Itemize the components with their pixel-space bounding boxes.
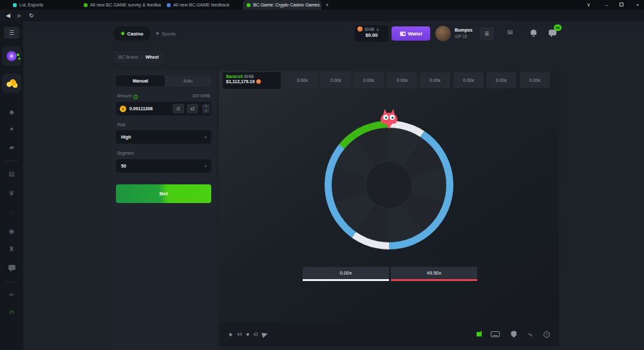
tab-auto[interactable]: Auto bbox=[165, 75, 211, 86]
risk-select[interactable]: High > bbox=[116, 130, 211, 144]
username: Bumpss bbox=[455, 28, 473, 32]
minimize-button[interactable]: – bbox=[601, 0, 612, 10]
sidebar-item-tournament[interactable]: ♜ bbox=[0, 246, 23, 253]
multiplier-history-box: 0.00x bbox=[287, 72, 317, 88]
sidebar-item-vip-club[interactable]: ♛ bbox=[0, 190, 23, 197]
shib-coin-icon bbox=[357, 26, 363, 32]
share-icon[interactable] bbox=[261, 331, 269, 337]
tab-bcgame-active[interactable]: BC.Game: Crypto Casino Games & × bbox=[243, 0, 321, 10]
divider bbox=[5, 282, 18, 282]
owl-beak bbox=[385, 122, 393, 129]
chat-badge: 99 bbox=[554, 24, 562, 31]
close-window-button[interactable]: × bbox=[632, 0, 643, 10]
help-icon[interactable]: ? bbox=[544, 331, 550, 338]
tab-bcgame-feedback[interactable]: All new BC.GAME feedback bbox=[163, 0, 242, 10]
likes-count: 42 bbox=[253, 332, 258, 336]
result-label: 0.00x bbox=[303, 267, 389, 279]
amount-max-label: 100 SHIB bbox=[192, 93, 210, 98]
casino-icon: ◆ bbox=[120, 31, 124, 36]
tab-search-icon[interactable]: ∨ bbox=[583, 0, 594, 10]
result-bar-red bbox=[391, 279, 477, 281]
bankroll-value: $1,112,179.19 bbox=[226, 79, 254, 84]
currency-selector[interactable]: SHIB ∨ $0.00 bbox=[355, 25, 388, 42]
breadcrumb-section[interactable]: BC Brand bbox=[118, 55, 138, 59]
breadcrumb-separator: > bbox=[140, 55, 143, 59]
hotkeys-icon[interactable] bbox=[491, 331, 500, 337]
tab-lol-esports[interactable]: LoL Esports bbox=[9, 0, 75, 10]
segment-select[interactable]: 50 > bbox=[116, 159, 211, 173]
sidebar-item-sports[interactable]: ● bbox=[0, 125, 23, 132]
bankroll-box: Bankroll SHIB $1,112,179.19 bbox=[223, 72, 281, 89]
wallet-button[interactable]: Wallet bbox=[392, 26, 430, 41]
sidebar-item-racing[interactable]: ▰ bbox=[0, 144, 23, 151]
maximize-button[interactable] bbox=[620, 3, 623, 6]
breadcrumb[interactable]: BC Brand > Wheel bbox=[113, 51, 164, 63]
live-stats-icon[interactable]: ∿ bbox=[527, 331, 533, 338]
amount-input[interactable]: S 0.00111306 /2 x2 ∧∨ bbox=[116, 102, 211, 115]
multiplier-history-box: 0.00x bbox=[486, 72, 516, 88]
wheel-game-area: Bankroll SHIB $1,112,179.19 0.00x 0.00x … bbox=[219, 71, 559, 322]
sidebar-menu-icon[interactable]: ☰ bbox=[4, 27, 19, 39]
nav-sports[interactable]: ● Sports bbox=[156, 26, 176, 41]
sidebar: ☰ ◆ ● ▰ ▤ ♛ ◌ ◉ ♜ ∞ ∩ bbox=[0, 21, 23, 350]
mail-icon[interactable]: ✉ bbox=[507, 29, 513, 36]
chevron-down-icon: ∨ bbox=[376, 27, 379, 32]
bankroll-currency: SHIB bbox=[244, 74, 254, 79]
half-amount-button[interactable]: /2 bbox=[173, 104, 184, 113]
sidebar-item-chat[interactable] bbox=[8, 265, 15, 270]
tab-manual[interactable]: Manual bbox=[116, 75, 165, 86]
stepper-down-icon[interactable]: ∨ bbox=[205, 109, 207, 112]
notifications-bell-icon[interactable] bbox=[531, 30, 536, 35]
nav-casino[interactable]: ◆ Casino bbox=[113, 26, 151, 41]
multiplier-history-box: 0.00x bbox=[453, 72, 484, 88]
tab-favicon bbox=[84, 3, 88, 7]
double-amount-button[interactable]: x2 bbox=[187, 104, 198, 113]
amount-value[interactable]: 0.00111306 bbox=[129, 102, 153, 115]
tab-title: BC.Game: Crypto Casino Games & bbox=[253, 3, 321, 7]
forward-icon[interactable]: ▶ bbox=[17, 11, 22, 20]
sidebar-item-support[interactable]: ∩ bbox=[0, 308, 23, 315]
risk-label: Risk bbox=[117, 122, 126, 127]
sidebar-item-coins[interactable]: ◉ bbox=[0, 228, 23, 235]
amount-label: Amounti bbox=[117, 93, 138, 99]
wallet-label: Wallet bbox=[408, 31, 422, 37]
reload-icon[interactable]: ↻ bbox=[29, 11, 34, 20]
volume-icon[interactable] bbox=[477, 332, 480, 336]
sports-icon: ● bbox=[156, 31, 159, 36]
bet-button[interactable]: Bet bbox=[116, 184, 211, 203]
wheel-pointer-owl bbox=[381, 110, 397, 129]
amount-stepper[interactable]: ∧∨ bbox=[202, 104, 210, 113]
tab-bcgame-survey[interactable]: All new BC.GAME survey & feedback r bbox=[80, 0, 161, 10]
bet-mode-tabs: Manual Auto bbox=[116, 75, 211, 86]
bet-list-icon[interactable]: ≣ bbox=[480, 27, 494, 40]
stepper-up-icon[interactable]: ∧ bbox=[205, 104, 207, 108]
new-tab-button[interactable]: + bbox=[323, 1, 331, 9]
avatar[interactable] bbox=[435, 26, 451, 41]
breadcrumb-page: Wheel bbox=[146, 55, 159, 59]
shib-coin-icon bbox=[256, 79, 261, 84]
sidebar-item-casino[interactable]: ◆ bbox=[0, 108, 23, 115]
sidebar-item-lucky-spin[interactable] bbox=[2, 46, 21, 66]
sidebar-item-coin-drop[interactable] bbox=[2, 73, 21, 93]
like-heart-icon[interactable]: ♥ bbox=[246, 331, 249, 338]
browser-window: LoL Esports All new BC.GAME survey & fee… bbox=[0, 0, 644, 350]
currency-balance: $0.00 bbox=[357, 32, 386, 38]
browser-tabstrip: LoL Esports All new BC.GAME survey & fee… bbox=[0, 0, 644, 10]
favorite-star-icon[interactable]: ★ bbox=[228, 331, 233, 338]
vip-level: VIP 15 bbox=[455, 34, 467, 39]
fairness-shield-icon[interactable] bbox=[511, 331, 516, 338]
info-icon[interactable]: i bbox=[133, 95, 138, 99]
tab-title: All new BC.GAME survey & feedback r bbox=[90, 3, 161, 7]
wheel-hub bbox=[365, 160, 413, 209]
multiplier-history-box: 0.00x bbox=[387, 72, 417, 88]
amount-label-text: Amount bbox=[117, 93, 131, 98]
back-icon[interactable]: ◀ bbox=[6, 11, 10, 20]
chevron-right-icon: > bbox=[204, 159, 207, 173]
multiplier-history-box: 0.00x bbox=[420, 72, 450, 88]
tab-favicon bbox=[247, 3, 251, 7]
multiplier-history-box: 0.00x bbox=[354, 72, 384, 88]
sidebar-item-spin[interactable]: ◌ bbox=[0, 209, 23, 216]
sidebar-item-lottery[interactable]: ▤ bbox=[0, 170, 23, 177]
result-label: 49.50x bbox=[391, 267, 477, 279]
sidebar-item-affiliate[interactable]: ∞ bbox=[0, 291, 23, 298]
